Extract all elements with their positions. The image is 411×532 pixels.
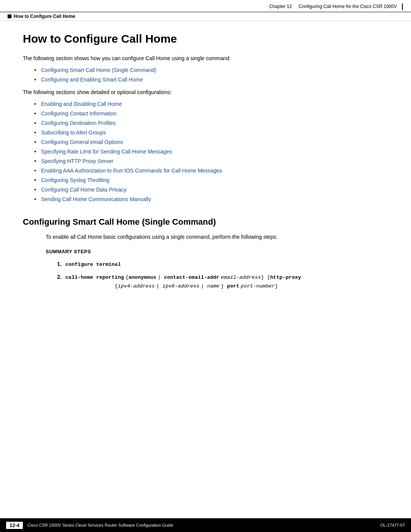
- link-contact-information[interactable]: Configuring Contact Information: [41, 110, 116, 117]
- detailed-links-list: Enabling and Disabling Call Home Configu…: [34, 100, 388, 203]
- step-2-content: call-home reporting {anonymous | contact…: [65, 273, 388, 291]
- link-aaa-authorization[interactable]: Enabling AAA Authorization to Run IOS Co…: [41, 168, 222, 174]
- section-heading: Configuring Smart Call Home (Single Comm…: [23, 217, 388, 227]
- link-configuring-enabling[interactable]: Configuring and Enabling Smart Call Home: [41, 77, 143, 83]
- list-item: Enabling and Disabling Call Home: [34, 100, 388, 108]
- section-intro: To enable all Call Home basic configurat…: [46, 233, 388, 241]
- footer-doc-num: OL-27477-07: [380, 523, 405, 527]
- link-data-privacy[interactable]: Configuring Call Home Data Privacy: [41, 187, 126, 193]
- breadcrumb-text: How to Configure Call Home: [14, 14, 75, 19]
- link-smart-call-home-single[interactable]: Configuring Smart Call Home (Single Comm…: [41, 67, 156, 73]
- summary-steps-section: SUMMARY STEPS 1. configure terminal 2. c…: [46, 249, 388, 291]
- link-rate-limit[interactable]: Specifying Rate Limit for Sending Call H…: [41, 149, 172, 155]
- step-2-cmd-main: call-home reporting: [65, 275, 124, 280]
- header-right: Chapter 12 Configuring Call Home for the…: [269, 2, 403, 10]
- list-item: Configuring and Enabling Smart Call Home: [34, 76, 388, 84]
- header-bar: |: [401, 2, 403, 10]
- step-1-content: configure terminal: [65, 260, 388, 269]
- step-1-num: 1.: [57, 260, 62, 269]
- intro-text-1: The following section shows how you can …: [23, 54, 388, 62]
- list-item: Sending Call Home Communications Manuall…: [34, 195, 388, 203]
- list-item: Specifying Rate Limit for Sending Call H…: [34, 148, 388, 156]
- single-command-list: Configuring Smart Call Home (Single Comm…: [34, 66, 388, 84]
- link-communications-manually[interactable]: Sending Call Home Communications Manuall…: [41, 196, 151, 202]
- step-2-num: 2.: [57, 273, 62, 291]
- link-enabling-disabling[interactable]: Enabling and Disabling Call Home: [41, 101, 122, 107]
- step-1-cmd: configure terminal: [65, 262, 121, 267]
- list-item: Configuring Call Home Data Privacy: [34, 186, 388, 194]
- chapter-label: Chapter 12: [269, 4, 292, 9]
- chapter-title: Configuring Call Home for the Cisco CSR …: [299, 4, 397, 9]
- footer: 12-4 Cisco CSR 1000V Series Cloud Servic…: [0, 518, 411, 532]
- breadcrumb-icon: [8, 14, 11, 18]
- list-item: Specifying HTTP Proxy Server: [34, 157, 388, 165]
- list-item: Configuring Smart Call Home (Single Comm…: [34, 66, 388, 74]
- footer-page-num: 12-4: [6, 522, 23, 529]
- summary-steps-label: SUMMARY STEPS: [46, 249, 388, 254]
- link-destination-profiles[interactable]: Configuring Destination Profiles: [41, 120, 116, 126]
- intro-text-2: The following sections show detailed or …: [23, 88, 388, 96]
- steps-list: 1. configure terminal 2. call-home repor…: [57, 260, 388, 291]
- footer-doc-title: Cisco CSR 1000V Series Cloud Services Ro…: [27, 523, 173, 527]
- header-separator: [293, 4, 297, 9]
- top-header: Chapter 12 Configuring Call Home for the…: [0, 0, 411, 12]
- list-item: Subscribing to Alert Groups: [34, 129, 388, 137]
- link-alert-groups[interactable]: Subscribing to Alert Groups: [41, 129, 106, 136]
- breadcrumb: How to Configure Call Home: [0, 12, 411, 21]
- list-item: Enabling AAA Authorization to Run IOS Co…: [34, 167, 388, 175]
- list-item: Configuring Contact Information: [34, 110, 388, 118]
- link-http-proxy[interactable]: Specifying HTTP Proxy Server: [41, 158, 113, 164]
- list-item: Configuring General email Options: [34, 138, 388, 146]
- link-syslog-throttling[interactable]: Configuring Syslog Throttling: [41, 177, 110, 183]
- footer-left: 12-4 Cisco CSR 1000V Series Cloud Servic…: [6, 522, 173, 529]
- step-2: 2. call-home reporting {anonymous | cont…: [57, 273, 388, 291]
- page-title: How to Configure Call Home: [23, 32, 388, 45]
- list-item: Configuring Syslog Throttling: [34, 176, 388, 184]
- link-general-email[interactable]: Configuring General email Options: [41, 139, 123, 145]
- list-item: Configuring Destination Profiles: [34, 119, 388, 127]
- step-1: 1. configure terminal: [57, 260, 388, 269]
- main-content: How to Configure Call Home The following…: [0, 21, 411, 325]
